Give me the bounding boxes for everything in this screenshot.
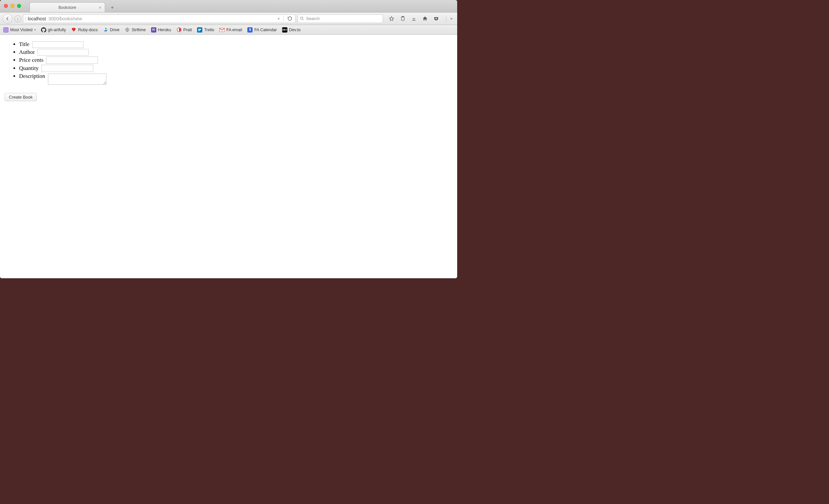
window-controls <box>4 4 21 8</box>
url-host: localhost <box>28 16 46 21</box>
quantity-label: Quantity <box>19 65 39 71</box>
bookmark-label: Dev.to <box>289 28 300 32</box>
bookmark-fa-calendar[interactable]: 9 FA Calendar <box>247 27 277 33</box>
bookmark-label: Trello <box>204 28 214 32</box>
bookmark-trello[interactable]: Trello <box>197 27 214 33</box>
minimize-window-button[interactable] <box>10 4 14 8</box>
bookmark-label: Most Visited <box>10 28 33 32</box>
close-tab-icon[interactable]: × <box>99 5 102 10</box>
ruby-icon <box>71 27 76 33</box>
field-row-title: Title <box>19 41 452 48</box>
menu-button[interactable] <box>446 15 453 22</box>
home-icon <box>422 16 428 22</box>
form-field-list: Title Author Price cents Quantity Descri… <box>13 41 452 85</box>
reload-icon <box>287 16 292 21</box>
zoom-window-button[interactable] <box>17 4 21 8</box>
bookmark-label: Strftime <box>132 28 146 32</box>
bookmarks-toolbar: Most Visited ▾ gh-artfully Ruby-docs Dri… <box>0 25 457 35</box>
browser-window: Bookstore × + i | localhost:3000/books/n… <box>0 0 457 278</box>
bookmark-drive[interactable]: Drive <box>103 27 119 33</box>
bookmark-gh-artfully[interactable]: gh-artfully <box>41 27 66 33</box>
bookmark-devto[interactable]: DEV Dev.to <box>282 27 300 33</box>
author-label: Author <box>19 49 35 55</box>
svg-rect-3 <box>412 20 416 21</box>
navigation-toolbar: i | localhost:3000/books/new ▼ Search <box>0 12 457 25</box>
new-tab-button[interactable]: + <box>108 4 117 11</box>
svg-rect-6 <box>450 19 452 20</box>
pratt-icon <box>176 27 182 33</box>
bookmark-star-button[interactable] <box>388 15 395 22</box>
download-arrow-icon <box>411 16 417 22</box>
downloads-button[interactable] <box>410 15 417 22</box>
svg-rect-10 <box>200 29 201 30</box>
field-row-quantity: Quantity <box>19 65 452 72</box>
url-dropdown-icon[interactable]: ▼ <box>277 17 281 21</box>
title-input[interactable] <box>32 41 83 48</box>
bookmark-label: FA Calendar <box>254 28 277 32</box>
globe-icon <box>125 27 130 33</box>
description-label: Description <box>19 73 45 79</box>
calendar-icon: 9 <box>247 27 253 33</box>
close-window-button[interactable] <box>4 4 8 8</box>
devto-icon: DEV <box>282 27 287 33</box>
browser-tab[interactable]: Bookstore × <box>30 2 105 12</box>
site-info-icon[interactable]: i <box>14 15 21 22</box>
star-icon <box>389 16 394 22</box>
field-row-price-cents: Price cents <box>19 57 452 64</box>
title-label: Title <box>19 41 30 47</box>
bookmark-most-visited[interactable]: Most Visited ▾ <box>3 27 36 33</box>
toolbar-actions <box>385 15 455 22</box>
github-icon <box>41 27 46 33</box>
clipboard-icon <box>400 16 406 21</box>
tab-title: Bookstore <box>59 5 76 10</box>
search-bar[interactable]: Search <box>297 14 383 23</box>
library-button[interactable] <box>399 15 406 22</box>
bookmark-label: Heroku <box>158 28 171 32</box>
svg-rect-9 <box>199 29 200 31</box>
price-cents-input[interactable] <box>46 57 98 64</box>
drive-icon <box>103 27 108 33</box>
description-input[interactable] <box>48 74 106 85</box>
bookmark-strftime[interactable]: Strftime <box>125 27 146 33</box>
reload-button[interactable] <box>286 16 293 21</box>
url-path: :3000/books/new <box>47 16 82 21</box>
address-bar[interactable]: | localhost:3000/books/new ▼ <box>23 14 296 23</box>
back-arrow-icon <box>5 16 10 21</box>
bookmark-label: FA email <box>226 28 242 32</box>
bookmark-fa-email[interactable]: FA email <box>219 27 242 33</box>
bookmark-label: Pratt <box>183 28 192 32</box>
bookmark-label: Drive <box>110 28 119 32</box>
author-input[interactable] <box>37 49 89 56</box>
heroku-icon: H <box>151 27 156 33</box>
home-button[interactable] <box>422 15 428 22</box>
page-content: Title Author Price cents Quantity Descri… <box>0 35 457 278</box>
svg-point-0 <box>300 17 303 20</box>
create-book-button[interactable]: Create Book <box>5 93 37 101</box>
bookmark-label: gh-artfully <box>48 28 66 32</box>
search-icon <box>300 16 304 21</box>
back-button[interactable] <box>3 14 12 24</box>
most-visited-icon <box>3 27 8 33</box>
svg-rect-4 <box>450 18 452 18</box>
pocket-icon <box>433 16 439 22</box>
gmail-icon <box>219 27 225 33</box>
bookmark-ruby-docs[interactable]: Ruby-docs <box>71 27 98 33</box>
hamburger-icon <box>450 16 453 22</box>
trello-icon <box>197 27 202 33</box>
price-cents-label: Price cents <box>19 57 43 63</box>
search-placeholder: Search <box>306 16 320 21</box>
field-row-author: Author <box>19 49 452 56</box>
bookmark-heroku[interactable]: H Heroku <box>151 27 171 33</box>
tab-strip: Bookstore × + <box>0 0 457 12</box>
pocket-button[interactable] <box>433 15 439 22</box>
svg-rect-5 <box>450 19 452 19</box>
chevron-down-icon: ▾ <box>34 28 36 32</box>
bookmark-pratt[interactable]: Pratt <box>176 27 192 33</box>
field-row-description: Description <box>19 73 452 85</box>
quantity-input[interactable] <box>41 65 93 72</box>
bookmark-label: Ruby-docs <box>78 28 98 32</box>
